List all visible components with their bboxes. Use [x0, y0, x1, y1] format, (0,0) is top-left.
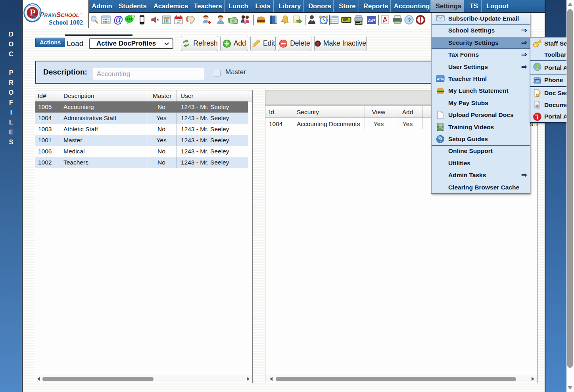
svg-text:17: 17: [177, 19, 181, 23]
svg-text:?: ?: [439, 136, 443, 143]
svg-text:A/P: A/P: [367, 18, 375, 23]
svg-text:@: @: [113, 15, 123, 25]
svg-text:HTML: HTML: [437, 78, 445, 81]
svg-text:S: S: [31, 11, 36, 21]
svg-text:?: ?: [407, 17, 411, 23]
svg-text:+: +: [132, 15, 134, 19]
